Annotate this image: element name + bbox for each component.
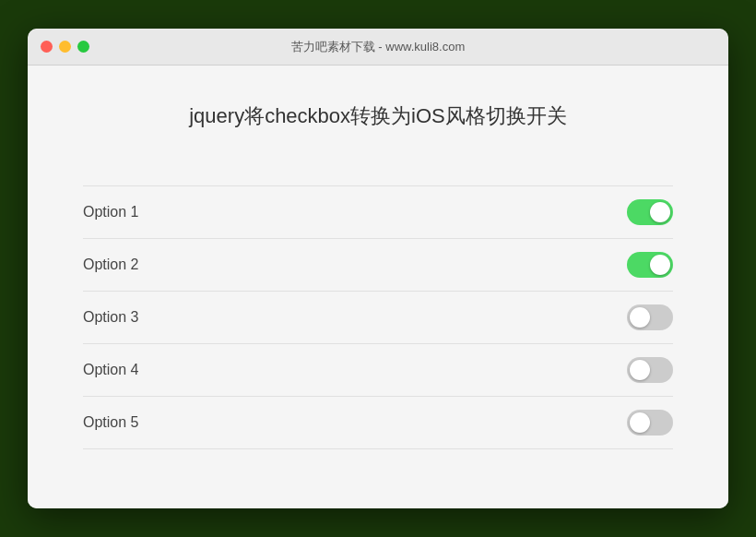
toggle-thumb-5 (630, 412, 650, 433)
toggle-thumb-1 (650, 202, 670, 222)
option-row: Option 3 (83, 292, 673, 344)
option-label-3: Option 3 (83, 309, 138, 326)
app-window: 苦力吧素材下载 - www.kuli8.com jquery将checkbox转… (28, 29, 728, 508)
toggle-thumb-3 (630, 307, 650, 328)
toggle-4[interactable] (627, 357, 673, 383)
toggle-thumb-2 (650, 255, 670, 275)
window-title: 苦力吧素材下载 - www.kuli8.com (291, 39, 466, 55)
toggle-3[interactable] (627, 304, 673, 330)
toggle-1[interactable] (627, 199, 673, 225)
titlebar: 苦力吧素材下载 - www.kuli8.com (28, 29, 728, 66)
option-row: Option 1 (83, 185, 673, 239)
option-label-2: Option 2 (83, 257, 138, 273)
option-label-5: Option 5 (83, 414, 138, 431)
traffic-lights (41, 41, 89, 53)
main-content: jquery将checkbox转换为iOS风格切换开关 Option 1Opti… (28, 66, 728, 508)
close-button[interactable] (41, 41, 53, 53)
toggle-2[interactable] (627, 252, 673, 278)
toggle-5[interactable] (627, 410, 673, 436)
toggle-thumb-4 (630, 360, 650, 380)
option-row: Option 4 (83, 344, 673, 397)
options-list: Option 1Option 2Option 3Option 4Option 5 (83, 185, 673, 449)
option-label-4: Option 4 (83, 362, 138, 378)
maximize-button[interactable] (77, 41, 89, 53)
minimize-button[interactable] (59, 41, 71, 53)
option-row: Option 5 (83, 397, 673, 449)
page-title: jquery将checkbox转换为iOS风格切换开关 (189, 102, 567, 130)
option-row: Option 2 (83, 239, 673, 292)
option-label-1: Option 1 (83, 204, 138, 221)
